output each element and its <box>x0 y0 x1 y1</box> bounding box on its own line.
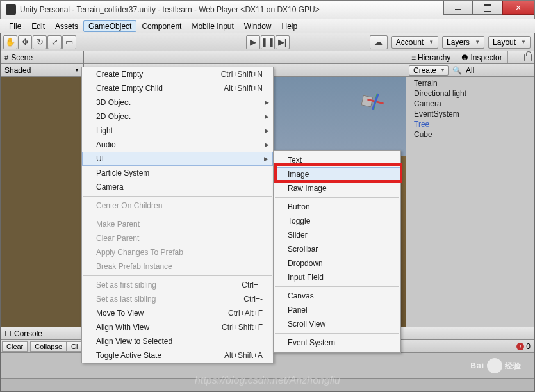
menu-item-set-as-last-sibling: Set as last siblingCtrl+- <box>82 292 273 306</box>
menu-item-toggle-active-state[interactable]: Toggle Active StateAlt+Shift+A <box>82 348 273 363</box>
app-body: ✋ ✥ ↻ ⤢ ▭ ☁ Account▼ Layers▼ Layout▼ ▶ ❚… <box>0 33 535 392</box>
collapse-button[interactable]: Collapse <box>30 341 67 352</box>
rect-tool-button[interactable]: ▭ <box>62 35 76 49</box>
menu-gameobject[interactable]: GameObject <box>83 20 136 32</box>
create-dropdown[interactable]: Create▾ <box>409 65 449 76</box>
menu-shortcut: Ctrl+Alt+F <box>228 309 263 318</box>
menu-item-toggle[interactable]: Toggle <box>274 214 400 228</box>
toolbar: ✋ ✥ ↻ ⤢ ▭ ☁ Account▼ Layers▼ Layout▼ ▶ ❚… <box>1 33 534 51</box>
menu-file[interactable]: File <box>4 20 26 32</box>
menu-item-label: Clear Parent <box>96 234 139 243</box>
hierarchy-item[interactable]: EventSystem <box>406 109 534 119</box>
hierarchy-tab[interactable]: ≡Hierarchy <box>406 51 456 63</box>
scene-tab[interactable]: # Scene <box>1 51 83 64</box>
console-tab[interactable]: Console <box>14 329 42 338</box>
clear-ext-button[interactable]: Cl <box>67 341 82 352</box>
menu-item-align-view-to-selected[interactable]: Align View to Selected <box>82 334 273 348</box>
menu-item-label: Move To View <box>96 309 144 318</box>
menu-shortcut: Ctrl+Shift+F <box>222 323 263 332</box>
menu-item-label: Particle System <box>96 168 149 177</box>
menu-item-slider[interactable]: Slider <box>274 228 400 242</box>
menu-item-align-with-view[interactable]: Align With ViewCtrl+Shift+F <box>82 320 273 334</box>
menu-item-label: Set as last sibling <box>96 295 156 304</box>
hand-tool-button[interactable]: ✋ <box>3 35 17 49</box>
scene-viewport-left[interactable] <box>1 77 83 327</box>
hierarchy-tab-label: Hierarchy <box>418 53 450 62</box>
menu-item-ui[interactable]: UI▶ <box>82 152 273 166</box>
menu-item-scrollbar[interactable]: Scrollbar <box>274 242 400 256</box>
menu-item-2d-object[interactable]: 2D Object▶ <box>82 110 273 124</box>
account-dropdown[interactable]: Account▼ <box>391 36 438 49</box>
pause-button[interactable]: ❚❚ <box>261 35 275 49</box>
play-button[interactable]: ▶ <box>246 35 260 49</box>
hierarchy-list[interactable]: TerrainDirectional lightCameraEventSyste… <box>406 77 534 327</box>
menu-help[interactable]: Help <box>277 20 303 32</box>
menu-item-button[interactable]: Button <box>274 200 400 214</box>
menu-item-label: Audio <box>96 140 116 149</box>
menu-shortcut: Alt+Shift+N <box>224 84 263 93</box>
menu-item-panel[interactable]: Panel <box>274 303 400 317</box>
error-icon: ! <box>516 343 524 350</box>
minimize-button[interactable] <box>443 1 473 15</box>
menu-item-image[interactable]: Image <box>274 167 400 181</box>
menu-item-text[interactable]: Text <box>274 153 400 167</box>
move-tool-button[interactable]: ✥ <box>18 35 32 49</box>
menu-item-raw-image[interactable]: Raw Image <box>274 181 400 195</box>
menu-item-move-to-view[interactable]: Move To ViewCtrl+Alt+F <box>82 306 273 320</box>
maximize-button[interactable] <box>473 1 502 15</box>
menu-item-canvas[interactable]: Canvas <box>274 289 400 303</box>
menu-item-label: Input Field <box>288 273 324 282</box>
menu-item-create-empty[interactable]: Create EmptyCtrl+Shift+N <box>82 67 273 81</box>
window-controls: × <box>443 1 534 15</box>
menu-component[interactable]: Component <box>136 20 186 32</box>
menu-item-camera[interactable]: Camera <box>82 180 273 194</box>
layers-dropdown[interactable]: Layers▼ <box>442 36 484 49</box>
menu-assets[interactable]: Assets <box>50 20 83 32</box>
orientation-gizmo[interactable] <box>348 82 386 120</box>
chevron-down-icon: ▼ <box>74 67 79 73</box>
window-titlebar: Unity Personal - Terrain_collider37.unit… <box>0 0 535 19</box>
close-button[interactable]: × <box>502 1 534 15</box>
menu-item-label: Raw Image <box>288 184 327 193</box>
menu-item-3d-object[interactable]: 3D Object▶ <box>82 95 273 110</box>
cloud-button[interactable]: ☁ <box>370 35 388 49</box>
error-count[interactable]: !0 <box>516 342 531 351</box>
menu-item-scroll-view[interactable]: Scroll View <box>274 317 400 331</box>
menu-item-center-on-children: Center On Children <box>82 199 273 213</box>
scale-tool-button[interactable]: ⤢ <box>47 35 62 49</box>
menu-item-particle-system[interactable]: Particle System <box>82 166 273 180</box>
rotate-tool-button[interactable]: ↻ <box>33 35 47 49</box>
menu-item-light[interactable]: Light▶ <box>82 124 273 138</box>
menu-item-audio[interactable]: Audio▶ <box>82 138 273 152</box>
panel-lock[interactable] <box>522 51 534 63</box>
shaded-dropdown[interactable]: Shaded ▼ <box>1 64 83 77</box>
hierarchy-item[interactable]: Tree <box>406 119 534 129</box>
menu-item-dropdown[interactable]: Dropdown <box>274 256 400 270</box>
submenu-arrow-icon: ▶ <box>265 142 269 148</box>
menu-item-label: Align View to Selected <box>96 337 172 346</box>
search-icon[interactable]: 🔍 <box>452 66 462 75</box>
hierarchy-item[interactable]: Terrain <box>406 78 534 88</box>
menu-item-create-empty-child[interactable]: Create Empty ChildAlt+Shift+N <box>82 81 273 95</box>
menubar: FileEditAssetsGameObjectComponentMobile … <box>0 19 535 33</box>
menu-item-set-as-first-sibling: Set as first siblingCtrl+= <box>82 278 273 292</box>
menu-item-label: Image <box>288 170 309 179</box>
menu-mobile-input[interactable]: Mobile Input <box>186 20 238 32</box>
hierarchy-item[interactable]: Cube <box>406 129 534 140</box>
clear-button[interactable]: Clear <box>2 341 28 352</box>
menu-shortcut: Ctrl+= <box>242 281 263 290</box>
menu-window[interactable]: Window <box>239 20 277 32</box>
menu-item-label: Toggle <box>288 216 310 225</box>
menu-edit[interactable]: Edit <box>26 20 50 32</box>
menu-item-make-parent: Make Parent <box>82 217 273 231</box>
hierarchy-item[interactable]: Camera <box>406 99 534 109</box>
menu-item-input-field[interactable]: Input Field <box>274 270 400 284</box>
menu-item-event-system[interactable]: Event System <box>274 336 400 350</box>
menu-item-label: Dropdown <box>288 259 323 268</box>
menu-item-label: Slider <box>288 231 308 240</box>
watermark-text1: Bai <box>470 361 484 370</box>
hierarchy-item[interactable]: Directional light <box>406 88 534 99</box>
layout-dropdown[interactable]: Layout▼ <box>488 36 531 49</box>
step-button[interactable]: ▶| <box>276 35 290 49</box>
inspector-tab[interactable]: ❶Inspector <box>456 51 507 63</box>
